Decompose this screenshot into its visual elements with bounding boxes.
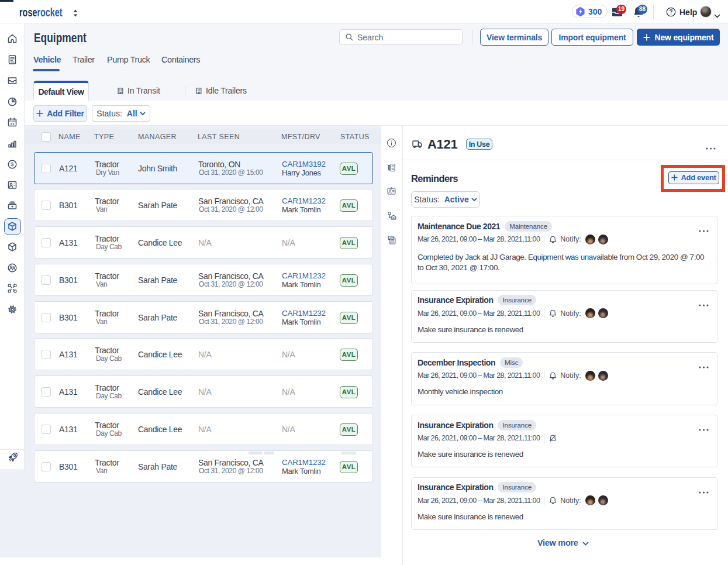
svg-text:$: $ — [11, 161, 14, 167]
svg-text:31: 31 — [11, 122, 15, 126]
